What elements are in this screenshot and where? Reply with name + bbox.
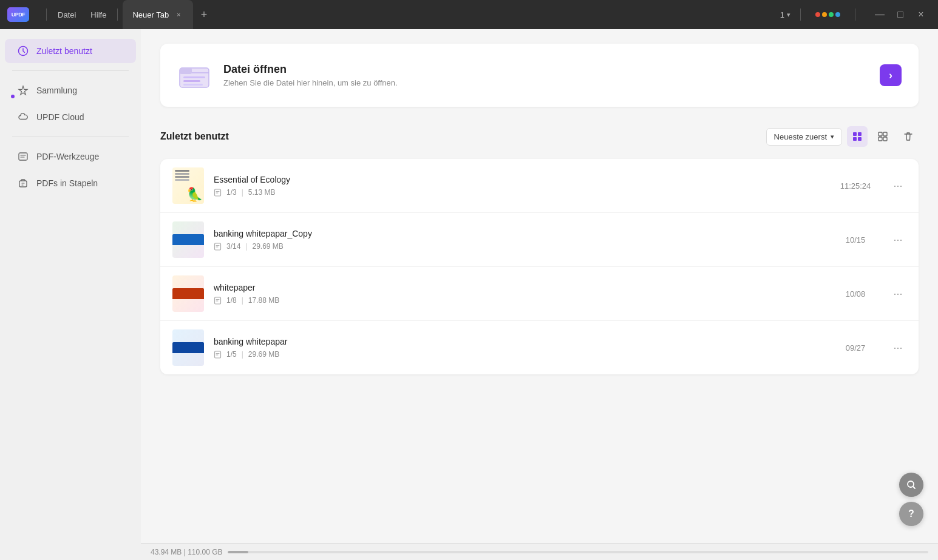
file-meta: 3/14 | 29.69 MB (214, 242, 821, 251)
sidebar-item-cloud[interactable]: UPDF Cloud (5, 105, 136, 129)
section-title: Zuletzt benutzt (160, 131, 229, 142)
file-size: 29.69 MB (248, 350, 279, 359)
trash-icon (903, 131, 914, 142)
svg-rect-4 (180, 68, 192, 74)
file-pages: 1/5 (226, 350, 237, 359)
file-name: whitepaper (214, 283, 821, 292)
sidebar-divider1 (12, 70, 129, 71)
file-size: 29.69 MB (252, 242, 283, 251)
storage-info: 43.94 MB | 110.00 GB (151, 548, 223, 556)
maximize-button[interactable]: □ (891, 5, 910, 24)
title-separator (46, 8, 47, 21)
grid-view-button[interactable] (847, 126, 868, 147)
file-date: 09/27 (831, 343, 880, 353)
file-name: banking whitepapar_Copy (214, 229, 821, 238)
file-item[interactable]: banking whitepapar 1/5 | 29.69 MB 09/27 (160, 321, 919, 374)
delete-button[interactable] (898, 126, 919, 147)
file-pages: 1/3 (226, 188, 237, 197)
svg-rect-7 (183, 84, 203, 86)
app-logo: UPDF (7, 7, 29, 22)
tab-bar: Neuer Tab × + (123, 0, 780, 29)
file-date: 10/15 (831, 235, 880, 245)
svg-rect-12 (879, 132, 882, 136)
file-item[interactable]: banking whitepapar_Copy 3/14 | 29.69 MB … (160, 213, 919, 267)
window-count: 1 ▾ (780, 10, 790, 19)
logo-box: UPDF (7, 7, 29, 22)
sidebar-item-sammlung[interactable]: Sammlung (5, 78, 136, 103)
chevron-down-icon[interactable]: ▾ (787, 11, 790, 19)
file-meta: 1/8 | 17.88 MB (214, 296, 821, 305)
open-file-card: Datei öffnen Ziehen Sie die Datei hier h… (160, 44, 919, 107)
folder-icon (177, 58, 211, 92)
content-area: Datei öffnen Ziehen Sie die Datei hier h… (141, 29, 938, 543)
dot-red (815, 12, 820, 17)
file-more-button[interactable]: ··· (889, 177, 906, 194)
sidebar-tools-label: PDF-Werkzeuge (36, 152, 99, 161)
open-file-title: Datei öffnen (223, 63, 868, 76)
sidebar-item-batch[interactable]: PDFs in Stapeln (5, 171, 136, 195)
floating-buttons: ? (899, 473, 923, 526)
file-date: 11:25:24 (831, 181, 880, 191)
sidebar-divider2 (12, 137, 129, 137)
tab-label: Neuer Tab (132, 10, 169, 19)
file-thumbnail (172, 167, 204, 204)
file-pages: 1/8 (226, 296, 237, 305)
dropdown-arrow-icon: ▾ (831, 133, 834, 141)
file-list: Essential of Ecology 1/3 | 5.13 MB 11:25… (160, 159, 919, 374)
close-button[interactable]: × (911, 5, 931, 24)
list-icon (877, 131, 888, 142)
file-info: whitepaper 1/8 | 17.88 MB (214, 283, 821, 305)
tab-neuer[interactable]: Neuer Tab × (123, 0, 193, 29)
storage-progress-bar (228, 551, 928, 553)
tab-add-button[interactable]: + (195, 6, 212, 23)
open-file-button[interactable]: › (880, 64, 902, 86)
grid-icon (852, 131, 863, 142)
file-date: 10/08 (831, 289, 880, 299)
file-more-button[interactable]: ··· (889, 231, 906, 248)
file-more-button[interactable]: ··· (889, 285, 906, 302)
sidebar-recent-label: Zuletzt benutzt (36, 46, 92, 56)
svg-rect-11 (858, 137, 862, 141)
title-bar: UPDF Datei Hilfe Neuer Tab × + 1 ▾ — □ × (0, 0, 938, 29)
clock-icon (17, 45, 29, 57)
dot-yellow (822, 12, 827, 17)
file-meta: 1/5 | 29.69 MB (214, 350, 821, 359)
question-icon: ? (908, 508, 914, 519)
search-icon (906, 479, 917, 490)
arrow-right-icon: › (889, 69, 892, 82)
title-separator3 (800, 8, 801, 21)
menu-item-hilfe[interactable]: Hilfe (84, 8, 112, 22)
tab-close-button[interactable]: × (174, 10, 183, 19)
sidebar: Zuletzt benutzt Sammlung UPDF Cloud (0, 29, 141, 560)
batch-icon (17, 177, 29, 189)
title-separator4 (855, 8, 855, 21)
file-name: banking whitepapar (214, 337, 821, 346)
svg-rect-13 (883, 132, 887, 136)
status-bar: 43.94 MB | 110.00 GB (141, 543, 938, 560)
file-more-button[interactable]: ··· (889, 339, 906, 356)
svg-rect-15 (883, 137, 887, 141)
svg-rect-6 (183, 80, 200, 82)
section-header: Zuletzt benutzt Neueste zuerst ▾ (160, 126, 919, 147)
list-view-button[interactable] (872, 126, 893, 147)
sidebar-item-recent[interactable]: Zuletzt benutzt (5, 39, 136, 63)
svg-rect-1 (19, 153, 27, 160)
search-float-button[interactable] (899, 473, 923, 497)
dot-green (829, 12, 834, 17)
help-float-button[interactable]: ? (899, 502, 923, 526)
minimize-button[interactable]: — (870, 5, 889, 24)
file-item[interactable]: whitepaper 1/8 | 17.88 MB 10/08 ··· (160, 267, 919, 321)
svg-rect-10 (853, 137, 857, 141)
window-controls: — □ × (870, 5, 931, 24)
file-item[interactable]: Essential of Ecology 1/3 | 5.13 MB 11:25… (160, 159, 919, 213)
svg-rect-2 (19, 181, 27, 187)
sidebar-item-tools[interactable]: PDF-Werkzeuge (5, 144, 136, 169)
sidebar-sammlung-label: Sammlung (36, 86, 77, 95)
svg-rect-14 (879, 137, 882, 141)
file-info: banking whitepapar_Copy 3/14 | 29.69 MB (214, 229, 821, 251)
file-thumbnail (172, 275, 204, 312)
page-icon (214, 297, 222, 305)
colorful-dots (815, 12, 840, 17)
menu-item-datei[interactable]: Datei (52, 8, 82, 22)
sort-dropdown[interactable]: Neueste zuerst ▾ (766, 128, 842, 146)
